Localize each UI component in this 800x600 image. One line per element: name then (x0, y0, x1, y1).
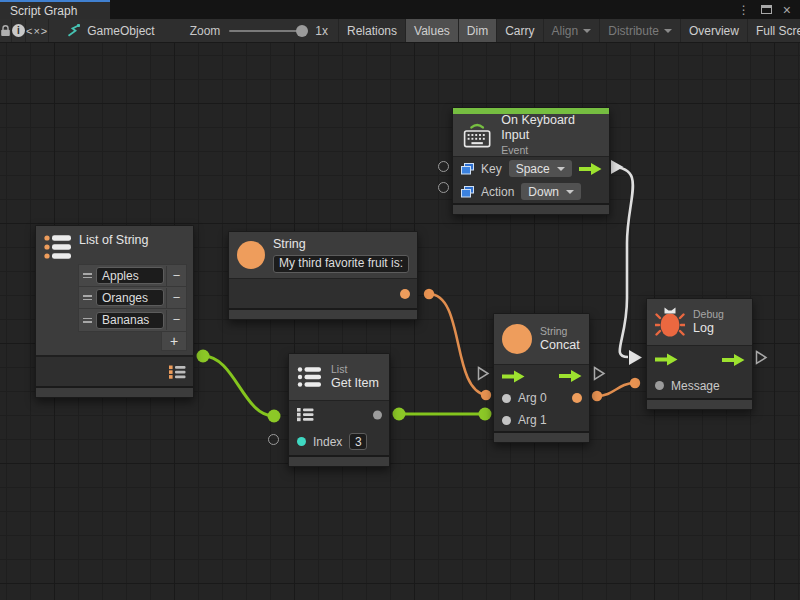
node-title: Log (693, 321, 724, 337)
arg0-label: Arg 0 (518, 391, 547, 405)
tab-bar: Script Graph ⋮ × (0, 0, 800, 19)
string-type-icon (502, 324, 532, 354)
dim-button[interactable]: Dim (459, 19, 497, 42)
remove-item-button[interactable]: − (166, 310, 186, 330)
unity-script-graph-window: Script Graph ⋮ × i <×> GameObject (0, 0, 800, 600)
node-title: String (273, 237, 409, 253)
remove-item-button[interactable]: − (166, 288, 186, 308)
align-button[interactable]: Align (544, 19, 601, 42)
graph-canvas[interactable]: On Keyboard Input Event Key Space (0, 43, 800, 600)
relations-button[interactable]: Relations (339, 19, 406, 42)
close-icon[interactable]: × (783, 3, 791, 17)
list-icon (297, 366, 323, 388)
node-get-item[interactable]: List Get Item Index 3 (288, 353, 390, 467)
code-button[interactable]: <×> (26, 19, 49, 42)
list-input-port[interactable] (297, 407, 314, 422)
list-item-field[interactable]: Bananas (96, 312, 164, 329)
menu-icon[interactable]: ⋮ (738, 4, 750, 16)
action-dropdown[interactable]: Down (521, 183, 581, 200)
keyboard-icon (461, 120, 493, 150)
node-on-keyboard-input[interactable]: On Keyboard Input Event Key Space (452, 107, 610, 215)
tab-script-graph[interactable]: Script Graph (0, 0, 110, 19)
node-title: Concat (540, 338, 580, 354)
flow-output-port[interactable] (579, 162, 602, 175)
key-dropdown[interactable]: Space (509, 160, 572, 177)
drag-handle-icon[interactable] (79, 295, 96, 300)
gameobject-breadcrumb[interactable]: GameObject (49, 19, 154, 42)
arg0-input-port[interactable] (502, 394, 511, 403)
node-footer (36, 388, 193, 397)
chevron-down-icon (583, 29, 591, 33)
chevron-down-icon (557, 167, 565, 171)
list-item-field[interactable]: Oranges (96, 289, 164, 306)
action-port-row: Action Down (453, 180, 609, 203)
fullscreen-button[interactable]: Full Screen (748, 19, 800, 42)
key-port-row: Key Space (453, 157, 609, 180)
node-title: On Keyboard Input (501, 113, 601, 144)
flow-input-port[interactable] (655, 353, 678, 366)
index-input-port[interactable] (297, 437, 306, 446)
lock-button[interactable] (0, 19, 12, 42)
info-button[interactable]: i (12, 19, 26, 42)
carry-button[interactable]: Carry (497, 19, 543, 42)
drag-handle-icon[interactable] (79, 318, 96, 323)
node-category: List (331, 363, 379, 376)
list-editor: Apples − Oranges − Bananas − (78, 264, 187, 332)
trigger-out-indicator[interactable] (593, 366, 606, 381)
node-footer (229, 310, 417, 319)
string-value-field[interactable]: My third favorite fruit is: (273, 255, 409, 273)
wire-concat-to-log (597, 383, 635, 396)
remove-item-button[interactable]: − (166, 266, 186, 286)
node-footer (289, 457, 389, 466)
flow-input-port[interactable] (502, 370, 525, 383)
list-item-row: Bananas − (79, 309, 186, 331)
list-icon (43, 233, 73, 261)
trigger-out-indicator[interactable] (755, 350, 768, 365)
values-button[interactable]: Values (406, 19, 459, 42)
trigger-in-indicator[interactable] (477, 366, 490, 381)
add-item-button[interactable]: + (161, 332, 187, 351)
string-type-icon (237, 241, 265, 269)
arg0-row: Arg 0 (494, 387, 589, 409)
node-list-of-string[interactable]: List of String Apples − Oranges − (35, 225, 194, 398)
list-item-row: Oranges − (79, 287, 186, 309)
zoom-value: 1x (315, 19, 328, 42)
key-label: Key (481, 162, 502, 176)
node-category: String (540, 325, 580, 338)
result-output-port[interactable] (572, 393, 582, 403)
index-input-row: Index 3 (289, 428, 389, 455)
message-input-port[interactable] (655, 381, 664, 390)
item-output-port[interactable] (373, 410, 382, 419)
arg1-label: Arg 1 (518, 413, 547, 427)
chevron-down-icon (566, 190, 574, 194)
message-row: Message (647, 373, 752, 398)
gameobject-icon (66, 24, 80, 37)
message-label: Message (671, 379, 720, 393)
list-input-row (289, 401, 389, 428)
code-icon: <×> (26, 25, 48, 37)
overview-button[interactable]: Overview (681, 19, 748, 42)
key-unconnected-port[interactable] (438, 161, 449, 172)
distribute-button[interactable]: Distribute (600, 19, 681, 42)
arg1-input-port[interactable] (502, 416, 511, 425)
list-output-port[interactable] (169, 364, 186, 379)
node-title: Get Item (331, 376, 379, 392)
graph-toolbar: i <×> GameObject Zoom 1x Relations Value… (0, 19, 800, 43)
action-unconnected-port[interactable] (438, 182, 449, 193)
maximize-icon[interactable] (761, 5, 772, 14)
index-unconnected-port[interactable] (268, 434, 279, 445)
arg1-row: Arg 1 (494, 409, 589, 431)
index-value-field[interactable]: 3 (349, 433, 367, 450)
drag-handle-icon[interactable] (79, 273, 96, 278)
info-icon: i (12, 24, 25, 37)
field-icon (461, 186, 474, 198)
zoom-slider-knob[interactable] (296, 25, 308, 37)
string-output-port[interactable] (400, 289, 410, 299)
node-string-concat[interactable]: String Concat Arg 0 (493, 313, 590, 443)
zoom-slider[interactable] (229, 30, 305, 32)
flow-output-port[interactable] (559, 370, 582, 383)
node-debug-log[interactable]: Debug Log Message (646, 298, 753, 410)
node-string-literal[interactable]: String My third favorite fruit is: (228, 231, 418, 320)
list-item-field[interactable]: Apples (96, 267, 164, 284)
flow-output-port[interactable] (722, 353, 745, 366)
